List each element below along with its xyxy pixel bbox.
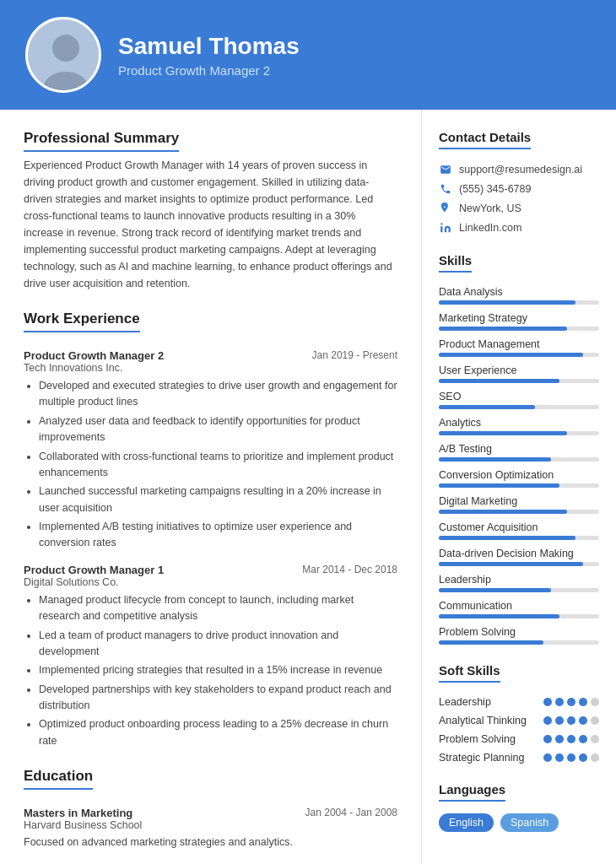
skill-name-2: Product Management [439,338,599,350]
contact-text-1: (555) 345-6789 [459,183,531,195]
edu-item-0: Masters in Marketing Jan 2004 - Jan 2008… [24,807,397,850]
skill-item-10: Data-driven Decision Making [439,548,599,566]
skill-bar-6 [439,457,599,462]
contact-text-3: LinkedIn.com [459,222,521,234]
skill-name-0: Data Analysis [439,286,599,298]
skill-name-9: Customer Acquisition [439,521,599,533]
soft-skill-item-1: Analytical Thinking [439,715,599,726]
job-bullets-0: Developed and executed strategies to dri… [24,378,397,552]
contact-item-email: support@resumedesign.ai [439,163,599,176]
contact-item-phone: (555) 345-6789 [439,182,599,196]
skill-name-7: Conversion Optimization [439,469,599,481]
skill-name-13: Problem Solving [439,626,599,638]
skill-item-13: Problem Solving [439,626,599,645]
jobs-container: Product Growth Manager 2 Jan 2019 - Pres… [24,349,397,749]
resume-body: Professional Summary Experienced Product… [0,110,616,864]
dot-2-3 [579,735,587,743]
bullet: Launched successful marketing campaigns … [39,483,397,516]
dot-2-2 [567,735,575,743]
skill-name-11: Leadership [439,574,599,586]
contact-text-0: support@resumedesign.ai [459,164,582,176]
resume-header: Samuel Thomas Product Growth Manager 2 [0,0,616,110]
dot-0-2 [567,698,575,706]
skill-item-6: A/B Testing [439,443,599,462]
dots-3 [543,753,599,762]
edu-header-0: Masters in Marketing Jan 2004 - Jan 2008 [24,807,397,819]
skills-section: Skills Data Analysis Marketing Strategy … [439,253,599,645]
skill-fill-9 [439,536,575,540]
location-icon [439,202,452,215]
skill-name-10: Data-driven Decision Making [439,548,599,559]
dot-1-3 [579,716,587,725]
job-item-0: Product Growth Manager 2 Jan 2019 - Pres… [24,349,397,552]
bullet: Developed partnerships with key stakehol… [39,682,397,715]
dot-0-3 [579,698,587,706]
soft-skill-name-3: Strategic Planning [439,752,524,764]
skill-bar-0 [439,300,599,305]
bullet: Implemented pricing strategies that resu… [39,662,397,678]
skill-item-0: Data Analysis [439,286,599,305]
skill-bar-4 [439,405,599,409]
dot-0-1 [555,698,564,706]
job-date-0: Jan 2019 - Present [312,349,397,361]
education-title: Education [24,768,93,790]
skill-item-9: Customer Acquisition [439,521,599,540]
skill-item-5: Analytics [439,417,599,435]
skill-name-5: Analytics [439,417,599,429]
skill-fill-12 [439,614,559,618]
skill-name-3: User Experience [439,364,599,376]
dot-3-4 [591,753,599,762]
dot-2-4 [591,735,599,743]
dot-1-1 [555,716,564,725]
bullet: Collaborated with cross-functional teams… [39,449,397,482]
bullet: Managed product lifecycle from concept t… [39,592,397,625]
skill-item-4: SEO [439,391,599,409]
dots-0 [543,698,599,706]
skill-fill-10 [439,562,583,566]
work-experience-title: Work Experience [24,310,140,332]
skill-fill-6 [439,457,551,462]
soft-skills-container: Leadership Analytical Thinking Problem S… [439,696,599,764]
edu-school-0: Harvard Business School [24,819,397,831]
skill-item-7: Conversion Optimization [439,469,599,488]
contact-container: support@resumedesign.ai (555) 345-6789 N… [439,163,599,235]
summary-title: Professional Summary [24,130,179,152]
linkedin-icon [439,221,452,235]
skill-fill-0 [439,300,575,305]
skills-title: Skills [439,253,472,273]
job-company-0: Tech Innovations Inc. [24,362,397,374]
dot-1-0 [543,716,552,725]
language-badges-container: EnglishSpanish [439,813,599,832]
soft-skills-section: Soft Skills Leadership Analytical Thinki… [439,663,599,764]
soft-skill-item-0: Leadership [439,696,599,708]
skill-item-11: Leadership [439,574,599,592]
skill-fill-5 [439,431,567,435]
soft-skill-item-2: Problem Solving [439,733,599,745]
bullet: Implemented A/B testing initiatives to o… [39,519,397,552]
skill-name-6: A/B Testing [439,443,599,455]
dot-3-1 [555,753,564,762]
right-column: Contact Details support@resumedesign.ai … [422,110,616,864]
skill-bar-12 [439,614,599,618]
skills-container: Data Analysis Marketing Strategy Product… [439,286,599,645]
edu-date-0: Jan 2004 - Jan 2008 [305,807,397,818]
job-header-0: Product Growth Manager 2 Jan 2019 - Pres… [24,349,397,362]
skill-bar-9 [439,536,599,540]
candidate-title: Product Growth Manager 2 [118,63,300,78]
svg-point-1 [52,35,79,62]
contact-section: Contact Details support@resumedesign.ai … [439,130,599,235]
soft-skills-title: Soft Skills [439,663,500,683]
skill-bar-2 [439,353,599,357]
skill-name-1: Marketing Strategy [439,312,599,324]
svg-point-3 [440,223,442,224]
education-section: Education Masters in Marketing Jan 2004 … [24,768,397,864]
edu-desc-0: Focused on advanced marketing strategies… [24,834,397,850]
bullet: Developed and executed strategies to dri… [39,378,397,411]
job-company-1: Digital Solutions Co. [24,576,397,588]
skill-fill-7 [439,483,559,488]
avatar [25,17,101,93]
skill-fill-4 [439,405,535,409]
skill-bar-8 [439,510,599,514]
soft-skill-name-1: Analytical Thinking [439,715,527,726]
skill-item-8: Digital Marketing [439,495,599,514]
